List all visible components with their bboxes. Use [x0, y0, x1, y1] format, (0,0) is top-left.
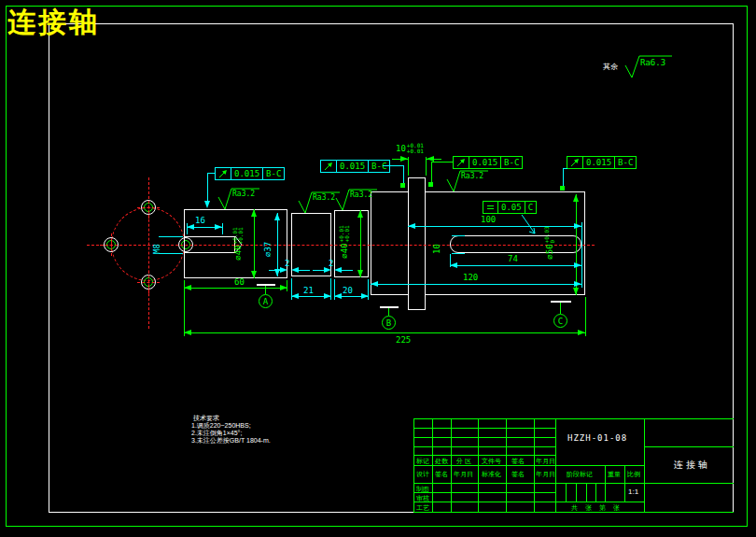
datum-b-bar	[380, 306, 399, 308]
roughness-value: Ra3.2	[313, 193, 335, 202]
grid-line	[451, 418, 452, 513]
dim-arrow	[334, 293, 342, 299]
dim-len100: 100	[481, 214, 496, 225]
grid-line	[566, 483, 567, 502]
collar	[408, 177, 426, 310]
dim-line	[269, 270, 280, 271]
roughness-value: Ra3.2	[232, 190, 255, 198]
tb-sheet-note: 共 张 第 张	[571, 503, 623, 513]
dim-line	[408, 226, 581, 227]
dim-line	[254, 209, 255, 278]
dim-line	[342, 270, 353, 271]
fcf-parallelism: 0.05 C	[483, 201, 537, 214]
dim-arrow	[574, 281, 581, 287]
dim-line	[576, 194, 577, 295]
tb-label: 标准化	[482, 470, 501, 479]
ext-line	[222, 223, 223, 234]
grid-line	[624, 465, 625, 502]
tb-label: 分 区	[456, 457, 471, 466]
fcf-datum-ref: C	[525, 202, 536, 213]
leader-line	[207, 173, 208, 201]
center-line-vertical	[148, 177, 149, 329]
datum-c-stem	[560, 303, 561, 314]
tb-label: 制图	[416, 485, 429, 494]
datum-a-label: A	[263, 297, 268, 306]
tb-part-name: 连接轴	[674, 459, 710, 472]
dim-dia37: ∅37	[262, 229, 273, 257]
fcf-datum-ref: B-C	[614, 157, 636, 168]
cad-canvas[interactable]: 连接轴 A B C 0.015 B-C 0.015 B-C	[0, 0, 756, 537]
grid-line	[644, 446, 734, 447]
leader-line	[519, 213, 541, 237]
dim-arrow	[574, 262, 581, 268]
dim-len74: 74	[508, 253, 518, 264]
dim-arrow	[184, 285, 191, 290]
grid-line	[576, 483, 577, 502]
dim-groove2: 2	[329, 258, 333, 269]
dim-dia50: ∅50+0.030	[544, 214, 555, 272]
dim-arrow	[450, 262, 457, 268]
dim-line	[450, 265, 581, 266]
tb-weight-label: 重量	[608, 470, 621, 479]
dim-arrow	[291, 267, 299, 273]
roughness-rest-label: 其余	[603, 62, 618, 72]
tb-scale-value: 1:1	[628, 488, 638, 496]
datum-c-bar	[551, 301, 571, 303]
dim-arrow	[215, 224, 222, 230]
ext-line	[581, 222, 582, 288]
dim-len21: 21	[303, 285, 314, 296]
dim-arrow	[361, 293, 369, 299]
grid-line	[413, 502, 644, 502]
roughness-value: Ra3.2	[350, 191, 372, 199]
ext-line	[408, 157, 409, 176]
fcf-datum-ref: B-C	[262, 168, 284, 179]
dim-collar-width: 10+0.01+0.01	[396, 143, 424, 154]
grid-line	[506, 418, 507, 513]
dim-arrow	[280, 285, 287, 290]
dim-len60: 60	[234, 276, 245, 288]
dim-arrow	[324, 293, 331, 299]
fcf-runout-3: 0.015 B-C	[453, 156, 523, 169]
fcf-datum-ref: B-C	[368, 161, 389, 172]
dim-arrow	[187, 224, 194, 230]
grid-line	[432, 418, 433, 513]
leader-dot	[560, 186, 565, 191]
drawing-title: 连接轴	[7, 4, 100, 42]
roughness-symbol: Ra3.2	[334, 188, 379, 216]
grid-line	[413, 465, 644, 466]
tb-label: 设计	[416, 470, 429, 479]
ext-line	[585, 297, 586, 336]
tb-label: 签名	[511, 470, 525, 479]
runout-icon	[454, 157, 469, 168]
datum-a-bar	[257, 284, 275, 286]
dim-len225: 225	[396, 334, 411, 346]
dim-arrow	[574, 223, 581, 229]
datum-c-label: C	[558, 317, 563, 326]
roughness-symbol-general: Ra6.3	[623, 54, 674, 84]
ext-line	[184, 280, 185, 336]
datum-a: A	[259, 294, 273, 308]
dim-line	[277, 213, 278, 276]
tb-label: 标记	[416, 457, 429, 466]
dim-arrow	[357, 210, 363, 218]
dim-arrow	[578, 330, 585, 335]
dim-key-width: 10	[431, 235, 442, 254]
grid-line	[586, 483, 587, 502]
tb-label: 工艺	[416, 503, 429, 513]
leader-arrow	[204, 201, 210, 208]
runout-icon	[567, 157, 582, 168]
dim-line	[184, 288, 287, 289]
parallelism-icon	[483, 202, 497, 213]
fcf-tolerance: 0.015	[336, 161, 368, 172]
leader-line	[563, 168, 564, 187]
dim-arrow	[184, 330, 191, 335]
fcf-tolerance: 0.05	[497, 202, 525, 213]
dim-len20: 20	[343, 285, 353, 296]
datum-c: C	[553, 314, 567, 328]
tb-scale-label: 比例	[627, 470, 640, 479]
grid-line	[534, 418, 535, 513]
dim-line	[184, 332, 585, 333]
roughness-value: Ra6.3	[640, 58, 665, 67]
fcf-tolerance: 0.015	[231, 168, 262, 179]
fcf-tolerance: 0.015	[582, 157, 614, 168]
